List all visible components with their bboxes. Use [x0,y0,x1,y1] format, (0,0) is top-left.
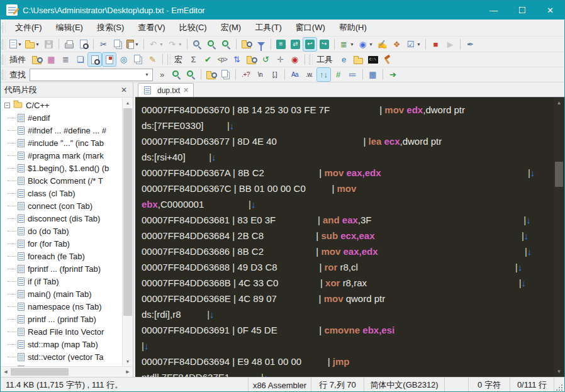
print-preview-button[interactable] [77,38,90,51]
open-documents-plugin-button[interactable]: ❏ [74,53,87,66]
menu-item[interactable]: 窗口(W) [289,23,332,32]
sidebar-horizontal-scrollbar[interactable]: ◀ ▶ [1,366,133,377]
macro-colors-button[interactable]: ⇅ [230,53,243,66]
undo-button[interactable]: ↶▼ [147,38,165,51]
menu-item[interactable]: 查看(V) [131,23,172,32]
menu-item[interactable]: 帮助(H) [332,23,374,32]
scroll-left-icon[interactable]: ◀ [1,369,11,374]
export-folder-tool-button[interactable] [352,53,365,66]
menu-item[interactable]: 工具(T) [248,23,289,32]
editor-vertical-scrollbar[interactable]: ▲ ▼ [554,98,564,377]
wrap-by-page-button[interactable]: ↪ [318,38,331,51]
macro-log-button[interactable]: ◉ [288,53,301,66]
snippet-item[interactable]: #include "..." (inc Tab [1,137,122,149]
projects-plugin-button[interactable] [131,53,145,66]
whole-word-button[interactable]: .w. [303,68,316,81]
tab-dup-txt[interactable]: dup.txt ✕ [138,83,194,97]
cut-button[interactable]: ✂ [97,38,110,51]
sidebar-vertical-scrollbar[interactable]: ▲ ▼ [122,98,133,366]
snippet-item[interactable]: printf ... (printf Tab) [1,313,122,325]
search-direction-button[interactable]: ↑↓ [317,68,330,81]
redo-button[interactable]: ↷▼ [166,38,184,51]
regex-toggle-button[interactable]: .+? [239,68,252,81]
snippet-item[interactable]: namespace (ns Tab) [1,300,122,313]
menu-item[interactable]: 编辑(E) [49,23,90,32]
stop-record-button[interactable]: ■ [429,38,442,51]
save-button[interactable] [42,38,55,51]
tab-close-icon[interactable]: ✕ [183,86,189,94]
paste-button[interactable]: ▼ [126,38,140,51]
macro-tag-button[interactable]: <p> [216,53,229,66]
open-button[interactable]: ▼ [25,38,41,51]
scroll-right-icon[interactable]: ▶ [123,369,133,374]
sidebar-scrollbar-thumb[interactable] [123,108,132,316]
copy-button[interactable] [111,38,125,51]
copy-results-button[interactable] [219,68,232,81]
html-toolbar-plugin-button[interactable]: ▦ [45,53,58,66]
display-mode-button[interactable]: ▦ [366,68,379,81]
macro-options-button[interactable]: ☑▼ [405,38,422,51]
no-wrap-button[interactable]: ≡ [274,38,288,51]
find-button[interactable] [191,38,204,51]
new-document-button[interactable]: ▼ [9,38,23,51]
count-matches-button[interactable]: # [332,68,345,81]
scroll-down-icon[interactable]: ▼ [123,356,133,366]
find-input[interactable]: ▼ [30,69,153,81]
snippet-item[interactable]: main() (main Tab) [1,288,122,300]
editor-area[interactable]: 00007FF84DD63670 | 8B 14 25 30 03 FE 7F … [135,97,564,377]
minimize-button[interactable]: — [479,1,508,20]
snippet-item[interactable]: if (if Tab) [1,275,122,288]
menu-item[interactable]: 搜索(S) [90,23,131,32]
snippet-item[interactable]: foreach (fe Tab) [1,250,122,262]
find-next-button[interactable] [205,38,218,51]
snippet-item[interactable]: #pragma mark (mark [1,149,122,162]
snippet-item[interactable]: Block Comment (/* T [1,174,122,187]
scroll-up-icon[interactable]: ▲ [123,98,133,108]
play-macro-button[interactable]: ▶ [444,38,457,51]
close-button[interactable]: ✕ [536,1,564,20]
snippet-item[interactable]: std::map (map Tab) [1,338,122,350]
snippets-panel-close-icon[interactable]: ✕ [119,86,129,94]
run-macro-button[interactable]: ❖ [390,38,403,51]
snippet-item[interactable]: connect (con Tab) [1,199,122,212]
snippet-item[interactable]: for (for Tab) [1,237,122,250]
snippet-item[interactable]: disconnect (dis Tab) [1,212,122,225]
web-preview-plugin-button[interactable]: ◎ [117,53,130,66]
outline-plugin-button[interactable]: ≣ [59,53,72,66]
wrap-by-char-button[interactable]: ⇄ [289,38,302,51]
maximize-button[interactable] [508,1,536,20]
filter-button[interactable] [254,38,267,51]
find-previous-up-button[interactable] [184,68,198,81]
pin-button[interactable]: ✒ [464,38,477,51]
record-macro-button[interactable]: ✍ [376,38,389,51]
print-button[interactable] [62,38,76,51]
editor-scroll-down-icon[interactable]: ▼ [554,366,564,377]
search-plugin-button[interactable] [88,53,101,66]
plugins-button[interactable]: ◉▼ [357,38,374,51]
snippet-item[interactable]: std::vector (vector Ta [1,350,122,363]
browser-tool-button[interactable]: e [337,53,350,66]
external-tool-button[interactable] [381,53,394,66]
find-next-down-button[interactable] [170,68,183,81]
tree-root-cpp[interactable]: −C/C++ [1,99,122,111]
macro-select-tool-button[interactable]: ✛ [274,53,287,66]
snippet-item[interactable]: class (cl Tab) [1,187,122,199]
menu-item[interactable]: 比较(C) [172,23,214,32]
snippet-item[interactable]: $1.begin(), $1.end() (b [1,162,122,174]
snippet-item[interactable]: #ifndef ... #define ... # [1,124,122,137]
explorer-plugin-button[interactable] [30,53,43,66]
snippet-item[interactable]: do (do Tab) [1,225,122,237]
list-results-button[interactable]: ≔ [346,68,359,81]
find-in-files-button[interactable] [240,38,253,51]
escape-sequence-button[interactable]: \n [254,68,267,81]
editor-scrollbar-thumb[interactable] [555,162,563,187]
snippet-item[interactable]: #endif [1,111,122,124]
window-resize-grip[interactable] [554,378,564,392]
menu-item[interactable]: 宏(M) [214,23,249,32]
wrap-by-window-button[interactable]: ↩ [303,38,316,51]
tree-collapse-icon[interactable]: − [4,103,10,108]
char-class-button[interactable]: [,] [268,68,281,81]
snippet-item[interactable]: Read File Into Vector [1,325,122,338]
find-previous-button[interactable] [220,38,233,51]
command-prompt-tool-button[interactable]: C:\ [366,53,379,66]
